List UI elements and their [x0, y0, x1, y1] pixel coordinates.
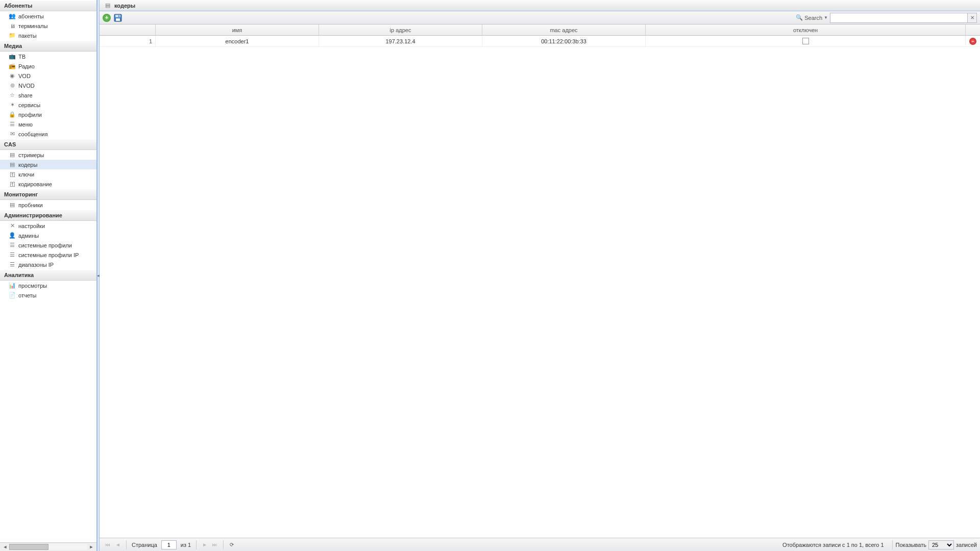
sidebar-item[interactable]: ▤кодеры: [0, 160, 96, 169]
sidebar-item[interactable]: 📻Радио: [0, 61, 96, 71]
sidebar-item[interactable]: ⊚NVOD: [0, 81, 96, 90]
nav-label: share: [18, 92, 93, 98]
nav-label: кодирование: [18, 181, 93, 187]
refresh-button[interactable]: ⟳: [228, 541, 236, 549]
nav-label: Радио: [18, 63, 93, 69]
cell-mac[interactable]: 00:11:22:00:3b:33: [482, 36, 646, 46]
sidebar-group-header[interactable]: CAS: [0, 139, 96, 150]
paging-status: Отображаются записи с 1 по 1, всего 1: [782, 542, 884, 548]
cell-ip[interactable]: 197.23.12.4: [319, 36, 482, 46]
nav-icon: 📻: [8, 62, 16, 70]
sidebar-item[interactable]: ☰меню: [0, 119, 96, 129]
nav-label: кодеры: [18, 162, 93, 168]
page-size-select[interactable]: 25: [928, 540, 954, 549]
sidebar-item[interactable]: ▤стримеры: [0, 150, 96, 160]
sidebar-item[interactable]: ✕настройки: [0, 221, 96, 231]
nav-icon: ◉: [8, 72, 16, 80]
show-label: Показывать: [896, 542, 926, 548]
add-button[interactable]: +: [103, 14, 111, 22]
nav-icon: ☆: [8, 91, 16, 99]
sidebar-item[interactable]: 🖥терминалы: [0, 21, 96, 31]
records-label: записей: [956, 542, 977, 548]
sidebar: Абоненты👥абоненты🖥терминалы📁пакетыМедиа📺…: [0, 0, 97, 551]
sidebar-group-header[interactable]: Медиа: [0, 40, 96, 52]
sidebar-group-header[interactable]: Аналитика: [0, 269, 96, 281]
last-page-button[interactable]: ⏭: [211, 541, 219, 549]
checkbox[interactable]: [802, 38, 809, 44]
sidebar-hscrollbar[interactable]: ◄ ►: [0, 542, 96, 551]
nav-icon: 👤: [8, 232, 16, 240]
panel-title: кодеры: [114, 3, 135, 9]
nav-icon: ☰: [8, 120, 16, 129]
column-delete: [966, 24, 980, 35]
nav-label: настройки: [18, 223, 93, 229]
sidebar-item[interactable]: 📁пакеты: [0, 31, 96, 40]
sidebar-item[interactable]: ✶сервисы: [0, 100, 96, 110]
nav-label: профили: [18, 112, 93, 118]
page-of-label: из 1: [181, 542, 191, 548]
sidebar-item[interactable]: ⚿ключи: [0, 169, 96, 179]
column-ip[interactable]: ip адрес: [319, 24, 482, 35]
sidebar-item[interactable]: ◉VOD: [0, 71, 96, 81]
svg-rect-2: [116, 18, 120, 21]
sidebar-item[interactable]: ▤пробники: [0, 200, 96, 210]
sidebar-item[interactable]: 👥абоненты: [0, 11, 96, 21]
nav-label: VOD: [18, 73, 93, 79]
next-page-button[interactable]: ►: [201, 541, 209, 549]
nav-label: отчеты: [18, 292, 93, 298]
nav-icon: ✕: [8, 222, 16, 230]
sidebar-group-header[interactable]: Абоненты: [0, 0, 96, 11]
cell-name[interactable]: encoder1: [156, 36, 319, 46]
grid: имя ip адрес mac адрес отключен 1encoder…: [100, 24, 980, 538]
search-dropdown[interactable]: 🔍 Search ▼: [796, 14, 828, 21]
svg-rect-3: [118, 15, 119, 17]
panel-header: ▤ кодеры: [100, 0, 980, 11]
column-number[interactable]: [100, 24, 156, 35]
nav-icon: ▤: [8, 151, 16, 159]
nav-icon: ⚿: [8, 180, 16, 188]
sidebar-item[interactable]: ☰системные профили IP: [0, 250, 96, 260]
nav-label: сообщения: [18, 131, 93, 137]
nav-icon: ☰: [8, 261, 16, 269]
table-row[interactable]: 1encoder1197.23.12.400:11:22:00:3b:33−: [100, 36, 980, 47]
sidebar-item[interactable]: ☰диапазоны IP: [0, 260, 96, 269]
page-input[interactable]: [161, 540, 177, 549]
sidebar-item[interactable]: ✉сообщения: [0, 129, 96, 139]
nav-label: NVOD: [18, 83, 93, 89]
column-disabled[interactable]: отключен: [646, 24, 966, 35]
cell-disabled[interactable]: [646, 36, 966, 46]
sidebar-item[interactable]: 📄отчеты: [0, 290, 96, 300]
search-input[interactable]: [830, 13, 968, 23]
sidebar-group-header[interactable]: Администрирование: [0, 210, 96, 221]
sidebar-item[interactable]: ⚿кодирование: [0, 179, 96, 189]
nav-icon: ✶: [8, 101, 16, 109]
nav-icon: 👥: [8, 12, 16, 20]
nav-icon: 🖥: [8, 22, 16, 30]
sidebar-item[interactable]: 📊просмотры: [0, 281, 96, 290]
cell-number: 1: [100, 36, 156, 46]
paging-toolbar: ⏮ ◄ Страница из 1 ► ⏭ ⟳ Отображаются зап…: [100, 538, 980, 551]
sidebar-item[interactable]: 📺ТВ: [0, 52, 96, 61]
cell-delete: −: [966, 36, 980, 46]
column-name[interactable]: имя: [156, 24, 319, 35]
sidebar-item[interactable]: 🔒профили: [0, 110, 96, 119]
sidebar-item[interactable]: ☰системные профили: [0, 240, 96, 250]
delete-button[interactable]: −: [969, 38, 976, 45]
sidebar-group-header[interactable]: Мониторинг: [0, 189, 96, 200]
prev-page-button[interactable]: ◄: [114, 541, 122, 549]
first-page-button[interactable]: ⏮: [104, 541, 112, 549]
scrollbar-track[interactable]: [9, 544, 87, 550]
scrollbar-thumb[interactable]: [9, 544, 48, 550]
toolbar: + 🔍 Search ▼ ✕: [100, 11, 980, 24]
search-clear-button[interactable]: ✕: [968, 13, 977, 23]
nav-label: системные профили: [18, 242, 93, 248]
column-mac[interactable]: mac адрес: [482, 24, 646, 35]
sidebar-item[interactable]: 👤админы: [0, 231, 96, 240]
save-button[interactable]: [114, 14, 122, 22]
nav-icon: ☰: [8, 241, 16, 249]
nav-label: терминалы: [18, 23, 93, 29]
scroll-left-icon[interactable]: ◄: [2, 544, 8, 550]
grid-header: имя ip адрес mac адрес отключен: [100, 24, 980, 36]
sidebar-item[interactable]: ☆share: [0, 90, 96, 100]
scroll-right-icon[interactable]: ►: [88, 544, 94, 550]
